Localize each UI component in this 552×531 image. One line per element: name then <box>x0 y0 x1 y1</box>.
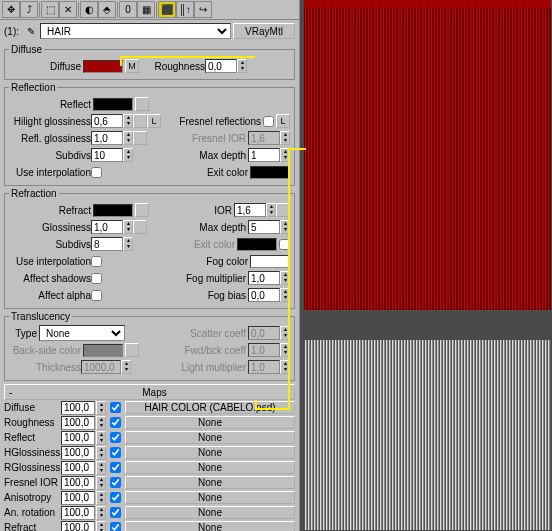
map-enable-checkbox[interactable] <box>110 507 121 518</box>
map-enable-checkbox[interactable] <box>110 462 121 473</box>
map-enable-checkbox[interactable] <box>110 402 121 413</box>
refl-exitcolor-swatch[interactable] <box>250 166 290 179</box>
map-slot-button[interactable]: None <box>125 521 295 531</box>
map-amount-input[interactable] <box>61 491 95 505</box>
map-amount-input[interactable] <box>61 416 95 430</box>
map-amount-input[interactable] <box>61 431 95 445</box>
map-slot-button[interactable]: None <box>125 416 295 429</box>
roughness-input[interactable] <box>205 59 237 73</box>
map-amount-input[interactable] <box>61 476 95 490</box>
affshad-checkbox[interactable] <box>91 273 102 284</box>
reflect-label: Reflect <box>9 99 91 110</box>
trans-type-label: Type <box>9 328 37 339</box>
refl-gloss-input[interactable] <box>91 131 123 145</box>
map-amount-spinner[interactable]: ▴▾ <box>96 446 106 460</box>
tool-go-parent-icon[interactable]: ║↑ <box>176 1 194 18</box>
tool-go-forward-icon[interactable]: ↪ <box>194 1 212 18</box>
tool-make-unique-icon[interactable]: ◐ <box>80 1 98 18</box>
affalpha-checkbox[interactable] <box>91 290 102 301</box>
material-type-button[interactable]: VRayMtl <box>233 23 295 39</box>
tool-material-id-icon[interactable]: 0 <box>119 1 137 18</box>
tool-get-material-icon[interactable]: ✥ <box>2 1 20 18</box>
map-amount-input[interactable] <box>61 446 95 460</box>
refr-gloss-map-button[interactable] <box>133 220 147 234</box>
hilight-gloss-input[interactable] <box>91 114 123 128</box>
map-amount-spinner[interactable]: ▴▾ <box>96 416 106 430</box>
refr-gloss-input[interactable] <box>91 220 123 234</box>
map-slot-button[interactable]: None <box>125 446 295 459</box>
hilight-lock-button[interactable]: L <box>147 114 161 128</box>
reflect-map-button[interactable] <box>135 97 149 111</box>
map-amount-spinner[interactable]: ▴▾ <box>96 476 106 490</box>
refl-maxdepth-label: Max depth <box>133 150 248 161</box>
ior-input[interactable] <box>234 203 266 217</box>
refl-subdivs-spinner[interactable]: ▴▾ <box>123 148 133 162</box>
map-slot-button[interactable]: None <box>125 491 295 504</box>
diffuse-color-swatch[interactable] <box>83 60 123 73</box>
maps-rollout-header[interactable]: - Maps <box>4 384 295 400</box>
refract-color-swatch[interactable] <box>93 204 133 217</box>
tool-delete-icon[interactable]: ✕ <box>59 1 77 18</box>
map-amount-spinner[interactable]: ▴▾ <box>96 491 106 505</box>
refl-exitcolor-label: Exit color <box>102 167 250 178</box>
maps-list: Diffuse▴▾HAIR COLOR (CABELO.psd)Roughnes… <box>4 400 295 531</box>
pick-icon[interactable]: ✎ <box>24 26 38 37</box>
refr-gloss-spinner[interactable]: ▴▾ <box>123 220 133 234</box>
refl-gloss-spinner[interactable]: ▴▾ <box>123 131 133 145</box>
map-amount-spinner[interactable]: ▴▾ <box>96 461 106 475</box>
fresnel-refl-checkbox[interactable] <box>263 116 274 127</box>
map-amount-spinner[interactable]: ▴▾ <box>96 431 106 445</box>
refr-exitcolor-swatch <box>237 238 277 251</box>
map-amount-spinner[interactable]: ▴▾ <box>96 506 106 520</box>
refl-gloss-map-button[interactable] <box>133 131 147 145</box>
fogcolor-swatch[interactable] <box>250 255 290 268</box>
refr-subdivs-input[interactable] <box>91 237 123 251</box>
fresnel-lock-button[interactable]: L <box>276 114 290 128</box>
map-enable-checkbox[interactable] <box>110 417 121 428</box>
refr-maxdepth-input[interactable] <box>248 220 280 234</box>
tool-put-material-icon[interactable]: ⤴ <box>20 1 38 18</box>
tool-show-end-result-icon[interactable]: ⬛ <box>158 1 176 18</box>
map-amount-input[interactable] <box>61 461 95 475</box>
tool-show-map-icon[interactable]: ▦ <box>137 1 155 18</box>
fogmult-input[interactable] <box>248 271 280 285</box>
map-amount-spinner[interactable]: ▴▾ <box>96 521 106 532</box>
thick-input <box>81 360 121 374</box>
refr-useint-checkbox[interactable] <box>91 256 102 267</box>
map-enable-checkbox[interactable] <box>110 432 121 443</box>
material-name-select[interactable]: HAIR <box>40 23 231 39</box>
fogbias-input[interactable] <box>248 288 280 302</box>
map-slot-button[interactable]: None <box>125 476 295 489</box>
hilight-map-button[interactable] <box>133 114 147 128</box>
ior-spinner[interactable]: ▴▾ <box>266 203 276 217</box>
map-slot-button[interactable]: None <box>125 461 295 474</box>
map-enable-checkbox[interactable] <box>110 492 121 503</box>
preview-gray-texture <box>304 340 551 530</box>
hilight-gloss-spinner[interactable]: ▴▾ <box>123 114 133 128</box>
map-slot-button[interactable]: None <box>125 431 295 444</box>
trans-type-select[interactable]: None <box>39 325 125 341</box>
map-enable-checkbox[interactable] <box>110 447 121 458</box>
map-amount-input[interactable] <box>61 506 95 520</box>
tool-assign-icon[interactable]: ⬚ <box>41 1 59 18</box>
map-amount-input[interactable] <box>61 521 95 532</box>
refract-map-button[interactable] <box>135 203 149 217</box>
refl-subdivs-input[interactable] <box>91 148 123 162</box>
refl-maxdepth-input[interactable] <box>248 148 280 162</box>
tool-put-library-icon[interactable]: ⬘ <box>98 1 116 18</box>
map-enable-checkbox[interactable] <box>110 477 121 488</box>
map-amount-spinner[interactable]: ▴▾ <box>96 401 106 415</box>
roughness-spinner[interactable]: ▴▾ <box>237 59 247 73</box>
material-name-row: (1): ✎ HAIR VRayMtl <box>0 20 299 42</box>
backside-swatch <box>83 344 123 357</box>
refr-subdivs-spinner[interactable]: ▴▾ <box>123 237 133 251</box>
map-row: Anisotropy▴▾None <box>4 490 295 505</box>
translucency-title: Translucency <box>9 311 72 322</box>
refl-useint-checkbox[interactable] <box>91 167 102 178</box>
map-slot-button[interactable]: None <box>125 506 295 519</box>
backside-label: Back-side color <box>9 345 81 356</box>
map-amount-input[interactable] <box>61 401 95 415</box>
diffuse-map-button[interactable]: M <box>125 59 139 73</box>
map-enable-checkbox[interactable] <box>110 522 121 531</box>
reflect-color-swatch[interactable] <box>93 98 133 111</box>
